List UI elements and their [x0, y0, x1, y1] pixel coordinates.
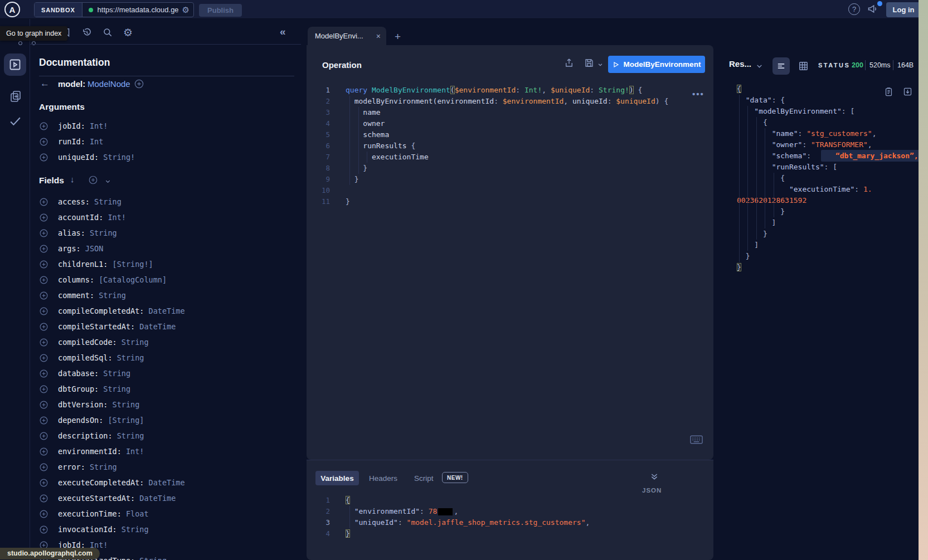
back-arrow-icon[interactable]: ← — [40, 78, 50, 89]
fields-chevron-icon[interactable] — [105, 178, 111, 184]
add-field-icon[interactable] — [39, 416, 48, 425]
apollo-logo[interactable]: A — [4, 2, 20, 17]
add-field-icon[interactable] — [39, 525, 48, 534]
field-row[interactable]: environmentId: Int! — [39, 444, 295, 459]
announcements-icon[interactable] — [867, 3, 878, 14]
rail-explorer-item[interactable] — [4, 53, 26, 76]
add-field-icon[interactable] — [39, 322, 48, 332]
add-field-icon[interactable] — [39, 353, 48, 363]
code-token: { — [737, 118, 767, 126]
field-name: executeStartedAt: — [58, 494, 135, 503]
add-field-icon[interactable] — [39, 213, 48, 222]
variables-editor[interactable]: 1{2 "environmentId": 78,3 "uniqueId": "m… — [307, 495, 710, 539]
field-row[interactable]: childrenL1: [String!] — [39, 256, 295, 272]
add-field-icon[interactable] — [39, 369, 48, 378]
add-field-icon[interactable] — [39, 291, 48, 300]
field-type: String — [108, 400, 139, 409]
tab-script[interactable]: Script — [414, 474, 434, 483]
add-field-icon[interactable] — [39, 462, 48, 472]
field-row[interactable]: access: String — [39, 194, 295, 210]
save-chevron-icon[interactable] — [597, 62, 603, 67]
collapse-sidebar-icon[interactable]: « — [280, 26, 286, 38]
add-field-icon[interactable] — [39, 197, 48, 207]
field-row[interactable]: runId: Int — [39, 134, 295, 149]
field-row[interactable]: executeStartedAt: DateTime — [39, 490, 295, 506]
response-title[interactable]: Res... — [729, 59, 751, 69]
field-row[interactable]: comment: String — [39, 288, 295, 303]
add-field-icon[interactable] — [39, 431, 48, 441]
arguments-list: jobId: Int!runId: IntuniqueId: String! — [39, 118, 295, 165]
new-tab-icon[interactable]: + — [395, 31, 401, 43]
save-icon[interactable] — [584, 58, 594, 68]
field-row[interactable]: dbtVersion: String — [39, 397, 295, 412]
add-field-icon[interactable] — [39, 260, 48, 269]
history-icon[interactable] — [82, 27, 92, 37]
field-row[interactable]: compiledCode: String — [39, 334, 295, 350]
field-row[interactable]: uniqueId: String! — [39, 149, 295, 165]
field-row[interactable]: columns: [CatalogColumn] — [39, 272, 295, 288]
settings-gear-icon[interactable]: ⚙ — [123, 26, 133, 39]
field-row[interactable]: compileStartedAt: DateTime — [39, 319, 295, 334]
add-field-icon[interactable] — [39, 153, 48, 162]
add-field-icon[interactable] — [39, 509, 48, 519]
field-row[interactable]: executionTime: Float — [39, 506, 295, 522]
close-tab-icon[interactable]: × — [376, 32, 381, 41]
share-icon[interactable] — [564, 58, 574, 68]
add-field-icon[interactable] — [39, 121, 48, 131]
field-row[interactable]: invocationId: String — [39, 522, 295, 537]
add-field-icon[interactable] — [39, 478, 48, 488]
response-chevron-icon[interactable] — [756, 62, 763, 70]
checks-icon[interactable] — [8, 114, 22, 128]
field-row[interactable]: compileCompletedAt: DateTime — [39, 303, 295, 319]
run-operation-button[interactable]: ModelByEnvironment — [608, 56, 705, 73]
field-row[interactable]: alias: String — [39, 225, 295, 241]
field-row[interactable]: description: String — [39, 428, 295, 444]
field-row[interactable]: args: JSON — [39, 241, 295, 256]
indent-guide — [349, 506, 350, 528]
endpoint-url-group[interactable]: SANDBOX https://metadata.cloud.get ⚙ — [34, 2, 194, 17]
add-field-icon[interactable] — [39, 244, 48, 254]
field-row[interactable]: compiledSql: String — [39, 350, 295, 366]
add-field-icon[interactable] — [39, 384, 48, 394]
tab-headers[interactable]: Headers — [369, 474, 397, 483]
add-field-icon[interactable] — [39, 338, 48, 347]
field-row[interactable]: accountId: Int! — [39, 210, 295, 225]
help-icon[interactable]: ? — [848, 3, 860, 15]
field-row[interactable]: dbtGroup: String — [39, 381, 295, 397]
code-token: ( — [450, 86, 455, 94]
field-row[interactable]: executeCompletedAt: DateTime — [39, 475, 295, 490]
response-text-view-button[interactable] — [772, 57, 790, 75]
publish-button[interactable]: Publish — [199, 4, 242, 17]
doc-breadcrumb-type[interactable]: ModelNode — [88, 79, 130, 89]
graph-index-icon[interactable] — [18, 41, 22, 45]
sort-fields-icon[interactable]: ↓ — [70, 174, 75, 184]
field-type: String — [85, 228, 117, 237]
add-field-icon[interactable] — [39, 137, 48, 147]
schema-icon[interactable] — [9, 89, 22, 103]
add-field-icon[interactable] — [39, 275, 48, 285]
redaction-box — [438, 508, 453, 515]
field-row[interactable]: error: String — [39, 459, 295, 475]
more-options-icon[interactable]: ••• — [692, 89, 704, 99]
endpoint-url-input[interactable]: https://metadata.cloud.get — [98, 6, 178, 14]
field-row[interactable]: database: String — [39, 366, 295, 381]
operation-tab[interactable]: ModelByEnvi... × — [308, 27, 386, 45]
add-field-icon[interactable] — [39, 306, 48, 316]
operation-editor[interactable]: 1query ModelByEnvironment($environmentId… — [307, 85, 710, 207]
field-row[interactable]: dependsOn: [String] — [39, 412, 295, 428]
url-settings-icon[interactable]: ⚙ — [182, 6, 190, 14]
add-field-icon[interactable] — [39, 494, 48, 503]
search-icon[interactable] — [103, 27, 113, 37]
add-field-icon[interactable] — [39, 228, 48, 238]
login-button[interactable]: Log in — [886, 2, 921, 17]
collapse-panel-icon[interactable] — [650, 472, 659, 481]
add-type-icon[interactable] — [134, 79, 144, 89]
add-field-icon[interactable] — [39, 400, 48, 410]
field-row[interactable]: jobId: Int! — [39, 118, 295, 134]
add-field-icon[interactable] — [39, 447, 48, 456]
field-type: String — [117, 525, 149, 534]
tab-variables[interactable]: Variables — [315, 471, 359, 485]
response-table-view-button[interactable] — [798, 61, 809, 71]
keyboard-shortcuts-icon[interactable] — [690, 435, 703, 444]
add-all-fields-icon[interactable] — [88, 175, 98, 185]
